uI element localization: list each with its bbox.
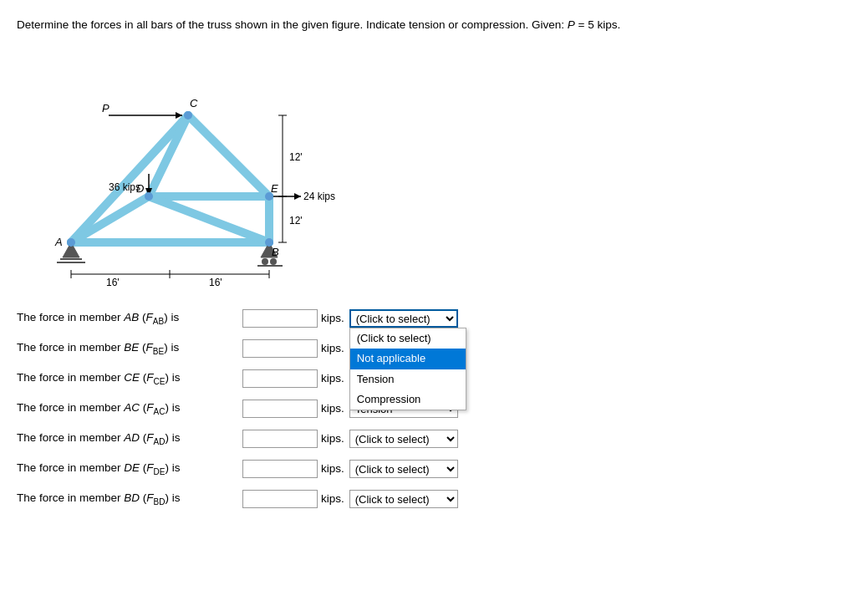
label-C: C: [190, 97, 198, 109]
kips-unit-AB: kips.: [321, 311, 344, 327]
force-input-AC[interactable]: [242, 400, 318, 418]
label-12-bot: 12': [289, 215, 303, 227]
force-label-AB: The force in member AB (FAB) is: [17, 310, 242, 328]
problem-statement: Determine the forces in all bars of the …: [17, 17, 839, 33]
svg-point-13: [270, 258, 277, 265]
dropdown-DE[interactable]: (Click to select) Not applicable Tension…: [349, 460, 458, 478]
label-E: E: [271, 182, 278, 195]
force-input-BD[interactable]: [242, 490, 318, 508]
force-label-AD: The force in member AD (FAD) is: [17, 430, 242, 448]
label-16-right: 16': [209, 277, 222, 288]
kips-unit-DE: kips.: [321, 461, 344, 477]
force-row-AD: The force in member AD (FAD) is kips. (C…: [17, 430, 839, 448]
svg-point-34: [145, 192, 153, 201]
kips-unit-AD: kips.: [321, 431, 344, 447]
force-label-BE: The force in member BE (FBE) is: [17, 340, 242, 358]
dropdown-AD[interactable]: (Click to select) Not applicable Tension…: [349, 430, 458, 448]
popup-item-not-applicable[interactable]: Not applicable: [350, 349, 466, 369]
force-row-DE: The force in member DE (FDE) is kips. (C…: [17, 460, 839, 478]
truss-svg: P C D E A B 36 kips 24 kips 16' 16' 12' …: [25, 50, 376, 293]
svg-line-1: [71, 115, 188, 242]
svg-marker-30: [294, 193, 301, 200]
label-B: B: [272, 246, 279, 258]
popup-item-tension[interactable]: Tension: [350, 369, 466, 389]
svg-line-2: [188, 115, 269, 196]
force-label-AC: The force in member AC (FAC) is: [17, 400, 242, 418]
truss-figure: P C D E A B 36 kips 24 kips 16' 16' 12' …: [25, 50, 376, 293]
force-label-BD: The force in member BD (FBD) is: [17, 491, 242, 508]
dropdown-container-AB: (Click to select) Not applicable Tension…: [349, 309, 458, 328]
svg-line-5: [149, 196, 269, 242]
popup-item-compression[interactable]: Compression: [350, 389, 466, 410]
svg-point-33: [184, 111, 192, 120]
force-label-DE: The force in member DE (FDE) is: [17, 461, 242, 478]
force-input-BE[interactable]: [242, 339, 318, 358]
force-label-CE: The force in member CE (FCE) is: [17, 370, 242, 388]
force-input-AD[interactable]: [242, 430, 318, 448]
kips-unit-CE: kips.: [321, 371, 344, 387]
dropdown-popup-AB: (Click to select) Not applicable Tension…: [349, 328, 466, 410]
label-A: A: [54, 236, 63, 248]
force-row-BD: The force in member BD (FBD) is kips. (C…: [17, 490, 839, 508]
force-input-AB[interactable]: [242, 309, 318, 328]
label-24kips: 24 kips: [303, 191, 335, 202]
forces-section: The force in member AB (FAB) is kips. (C…: [17, 309, 839, 508]
dropdown-BD[interactable]: (Click to select) Not applicable Tension…: [349, 490, 458, 508]
force-row-AB: The force in member AB (FAB) is kips. (C…: [17, 309, 839, 328]
kips-unit-BD: kips.: [321, 491, 344, 507]
svg-point-31: [67, 238, 75, 247]
kips-unit-AC: kips.: [321, 401, 344, 417]
force-input-DE[interactable]: [242, 460, 318, 478]
popup-item-click-to-select[interactable]: (Click to select): [350, 328, 466, 349]
label-16-left: 16': [106, 277, 120, 288]
force-input-CE[interactable]: [242, 369, 318, 388]
dropdown-AB[interactable]: (Click to select) Not applicable Tension…: [349, 309, 458, 328]
label-36kips: 36 kips: [109, 181, 140, 193]
label-12-top: 12': [289, 151, 303, 163]
label-P: P: [102, 102, 110, 115]
kips-unit-BE: kips.: [321, 341, 344, 357]
svg-point-12: [262, 258, 268, 265]
